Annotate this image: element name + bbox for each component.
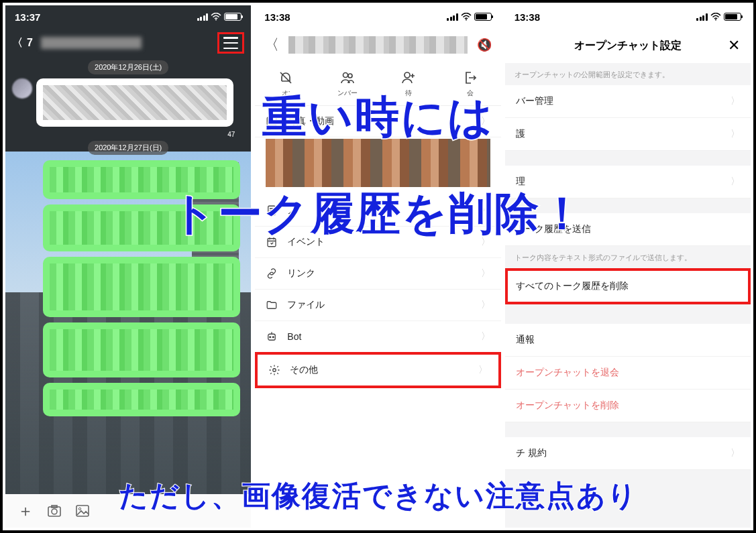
setting-leave-openchat[interactable]: オープンチャットを退会 [505,357,751,390]
setting-item[interactable]: 理 〉 [505,166,751,198]
plus-icon[interactable]: ＋ [17,500,34,522]
svg-point-15 [270,337,271,338]
members-button[interactable]: ンバー [317,62,378,105]
outgoing-message[interactable] [43,383,240,416]
chevron-right-icon: 〉 [731,95,740,107]
chat-name-blurred [41,37,142,49]
camera-icon[interactable] [47,504,62,518]
menu-other[interactable]: その他 〉 [255,352,500,388]
chevron-left-icon: 〈 [12,36,23,50]
menu-label: Bot [287,331,301,342]
menu-label: ノ [287,204,296,217]
menu-label: イベント [287,236,325,248]
chevron-right-icon: 〉 [481,204,490,217]
wifi-icon [710,13,721,21]
menu-label: ファイル [287,299,325,311]
calendar-icon [266,236,278,248]
menu-file[interactable]: ファイル 〉 [255,290,500,321]
help-text: オープンチャットの公開範囲を設定できます。 [505,63,751,85]
leave-button[interactable]: 会 [439,62,501,105]
menu-photo-video[interactable]: 写真・動画 〉 [255,106,500,137]
leave-icon [462,70,478,86]
signal-icon [197,13,209,21]
setting-label: チ 規約 [516,447,547,459]
outgoing-message[interactable] [43,160,240,199]
bot-icon [266,331,278,343]
menu-label: その他 [290,364,318,376]
setting-send-history[interactable]: トーク履歴を送信 [505,213,751,246]
chat-input-bar[interactable]: ＋ [5,494,251,528]
chevron-right-icon: 〉 [731,128,740,140]
back-button[interactable]: 〈 7 [12,36,142,50]
menu-label: リンク [287,268,315,280]
setting-delete-openchat[interactable]: オープンチャットを削除 [505,390,751,422]
svg-rect-13 [268,239,276,247]
setting-member-mgmt[interactable]: バー管理 〉 [505,85,751,118]
toolbar-label: オ: [282,88,290,98]
wifi-icon [211,13,221,21]
chevron-right-icon: 〉 [481,268,490,280]
outgoing-message[interactable] [43,204,240,251]
clock: 13:37 [15,11,40,23]
menu-button[interactable] [217,32,244,54]
status-bar: 13:38 [505,5,751,28]
outgoing-message[interactable] [43,257,240,317]
members-icon [339,70,356,86]
invite-icon [400,70,417,86]
help-text: トーク内容をテキスト形式のファイルで送信します。 [505,246,751,268]
outgoing-message[interactable] [43,322,240,377]
image-icon[interactable] [75,504,90,518]
toolbar-label: ンバー [337,88,358,98]
setting-delete-all-history[interactable]: すべてのトーク履歴を削除 [505,268,751,305]
toolbar-label: 待 [405,88,412,98]
note-icon [266,204,278,217]
screen-settings: 13:38 オープンチャット設定 ✕ オープンチャットの公開範囲を設定できます。… [505,5,751,528]
back-button[interactable]: 〈 [264,35,279,55]
canvas: 13:37 〈 7 [0,0,756,533]
setting-rules[interactable]: チ 規約 〉 [505,437,751,470]
chevron-right-icon: 〉 [731,447,740,459]
chevron-right-icon: 〉 [731,176,740,188]
menu-bot[interactable]: Bot 〉 [255,321,500,352]
avatar [12,78,32,99]
battery-icon [474,13,492,21]
setting-report[interactable]: 通報 [505,324,751,357]
incoming-message[interactable] [12,78,244,127]
svg-point-5 [78,508,80,510]
chevron-right-icon: 〉 [481,236,490,248]
notifications-toggle[interactable]: オ: [255,62,317,105]
svg-rect-10 [268,117,277,125]
status-bar: 13:38 [255,5,500,28]
svg-point-16 [273,337,274,338]
setting-label: 護 [516,128,525,140]
settings-header: オープンチャット設定 ✕ [505,28,751,63]
menu-link[interactable]: リンク 〉 [255,258,500,290]
menu-event[interactable]: イベント 〉 [255,227,500,258]
svg-point-7 [343,72,347,77]
signal-icon [696,13,708,21]
svg-point-11 [269,119,271,121]
link-icon [266,268,278,280]
date-pill: 2020年12月26日(土) [88,60,168,74]
clock: 13:38 [264,11,290,23]
setting-item[interactable]: 護 〉 [505,118,751,151]
battery-icon [224,13,241,21]
setting-label: トーク履歴を送信 [516,223,591,235]
menu-label: 写真・動画 [287,115,334,127]
svg-point-8 [348,74,352,78]
photo-thumbnails[interactable] [255,137,500,195]
invite-button[interactable]: 待 [378,62,439,105]
setting-label: すべてのトーク履歴を削除 [516,280,629,292]
svg-point-6 [466,19,467,21]
setting-label: バー管理 [516,95,553,107]
svg-point-17 [273,369,276,372]
close-button[interactable]: ✕ [728,37,740,54]
svg-point-2 [52,509,57,514]
gear-icon [268,364,280,376]
svg-point-9 [404,72,410,78]
chat-menu-list: 写真・動画 〉 ノ 〉 イベント 〉 リンク 〉 ファイル [255,106,500,388]
chevron-right-icon: 〉 [481,331,490,343]
menu-note[interactable]: ノ 〉 [255,195,500,227]
signal-icon [447,13,458,21]
screen-chat-menu: 13:38 〈 🔇 オ: ンバー 待 [255,5,500,528]
